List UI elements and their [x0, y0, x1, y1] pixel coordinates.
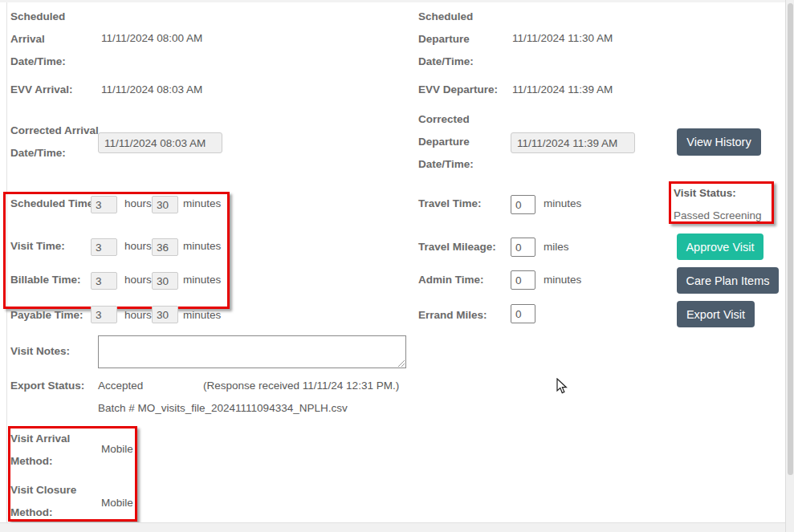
scheduled-arrival-label: Scheduled Arrival Date/Time:: [10, 6, 99, 73]
minutes-unit-label: minutes: [183, 274, 221, 286]
visit-arrival-method-value: Mobile: [101, 443, 133, 456]
approve-visit-button[interactable]: Approve Visit: [677, 234, 763, 260]
scheduled-time-minutes-input: [152, 196, 178, 213]
errand-miles-input[interactable]: [511, 304, 535, 323]
evv-arrival-label: EVV Arrival:: [10, 83, 73, 96]
minutes-unit-label: minutes: [183, 240, 221, 253]
care-plan-items-button[interactable]: Care Plan Items: [677, 267, 779, 294]
travel-mileage-input[interactable]: [511, 238, 535, 257]
miles-unit-label: miles: [544, 241, 569, 254]
corrected-departure-label: Corrected Departure Date/Time:: [418, 108, 507, 176]
hours-unit-label: hours: [124, 309, 152, 322]
hours-unit-label: hours: [124, 274, 152, 286]
scheduled-arrival-value: 11/11/2024 08:00 AM: [101, 32, 202, 45]
export-visit-button[interactable]: Export Visit: [677, 301, 755, 327]
left-panel-border: [6, 2, 7, 522]
visit-closure-method-value: Mobile: [101, 497, 133, 510]
visit-time-hours-input: [91, 238, 117, 256]
vertical-scrollbar[interactable]: [785, 0, 794, 532]
scheduled-time-label: Scheduled Time:: [10, 197, 97, 210]
payable-time-label: Payable Time:: [10, 309, 83, 322]
textarea-resize-handle-icon[interactable]: [397, 359, 405, 368]
scheduled-time-hours-input: [91, 196, 117, 213]
export-status-response: (Response received 11/11/24 12:31 PM.): [203, 380, 399, 392]
evv-departure-label: EVV Departure:: [418, 83, 498, 96]
visit-status-text: Visit Status: Passed Screening: [674, 182, 772, 227]
travel-time-input[interactable]: [511, 195, 535, 214]
minutes-unit-label: minutes: [544, 274, 581, 286]
travel-time-label: Travel Time:: [418, 197, 482, 210]
visit-status-value: Passed Screening: [674, 209, 762, 221]
minutes-unit-label: minutes: [544, 197, 581, 210]
scheduled-departure-label: Scheduled Departure Date/Time:: [418, 6, 507, 73]
visit-time-minutes-input: [152, 238, 178, 256]
visit-details-panel: Scheduled Arrival Date/Time: 11/11/2024 …: [0, 0, 794, 532]
corrected-arrival-label: Corrected Arrival Date/Time:: [10, 120, 107, 164]
view-history-button[interactable]: View History: [677, 128, 761, 156]
payable-time-hours-input: [91, 306, 117, 323]
admin-time-label: Admin Time:: [418, 274, 484, 286]
export-batch-filename: Batch # MO_visits_file_20241111094334_NP…: [98, 402, 348, 415]
payable-time-minutes-input: [152, 306, 178, 323]
scrollbar-thumb[interactable]: [788, 3, 793, 475]
corrected-arrival-input: [98, 132, 222, 153]
minutes-unit-label: minutes: [183, 309, 221, 322]
visit-arrival-method-label: Visit Arrival Method:: [10, 428, 95, 473]
evv-arrival-value: 11/11/2024 08:03 AM: [101, 83, 202, 96]
errand-miles-label: Errand Miles:: [418, 309, 487, 322]
export-status-label: Export Status:: [10, 380, 84, 392]
evv-departure-value: 11/11/2024 11:39 AM: [512, 83, 613, 96]
billable-time-hours-input: [91, 272, 117, 290]
hours-unit-label: hours: [124, 240, 152, 253]
scheduled-departure-value: 11/11/2024 11:30 AM: [512, 32, 613, 45]
visit-time-label: Visit Time:: [10, 240, 65, 253]
corrected-departure-input: [511, 132, 635, 153]
export-status-value: Accepted: [98, 380, 143, 392]
visit-notes-input[interactable]: [98, 335, 406, 368]
top-divider: [0, 0, 794, 2]
visit-notes-label: Visit Notes:: [10, 345, 70, 358]
visit-closure-method-label: Visit Closure Method:: [10, 479, 95, 524]
minutes-unit-label: minutes: [183, 197, 221, 210]
footer-strip: [0, 522, 785, 532]
travel-mileage-label: Travel Mileage:: [418, 241, 496, 254]
admin-time-input[interactable]: [511, 270, 535, 290]
mouse-cursor-icon: [556, 378, 568, 395]
hours-unit-label: hours: [124, 197, 152, 210]
billable-time-minutes-input: [152, 272, 178, 290]
visit-status-label: Visit Status:: [674, 187, 736, 199]
billable-time-label: Billable Time:: [10, 274, 81, 286]
